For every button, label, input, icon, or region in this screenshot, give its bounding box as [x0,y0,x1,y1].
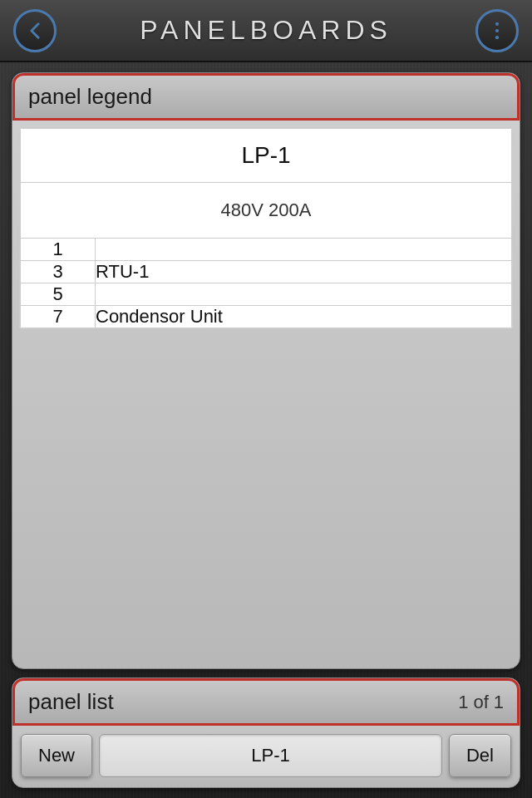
panel-legend-title: panel legend [28,84,152,110]
circuit-desc-3: RTU-1 [96,261,512,283]
panel-legend-table-container: LP-1 480V 200A 1 3 RTU-1 5 7 [19,127,513,329]
main-content: panel legend LP-1 480V 200A 1 3 RTU-1 [0,62,532,798]
svg-point-0 [495,22,499,25]
panel-legend-header: panel legend [12,73,520,121]
panel-voltage-cell: 480V 200A [21,183,512,239]
panel-list-title: panel list [28,689,114,715]
current-page: 1 [458,692,468,713]
svg-point-2 [495,36,499,39]
circuit-row-1: 1 [21,239,512,261]
panel-voltage-row: 480V 200A [21,183,512,239]
panel-name-input[interactable] [99,734,442,777]
panel-legend-table: LP-1 480V 200A 1 3 RTU-1 5 7 [20,128,512,328]
pagination: 1 of 1 [458,692,504,713]
svg-point-1 [495,28,499,32]
circuit-num-5: 5 [21,283,96,306]
circuit-desc-7: Condensor Unit [96,306,512,328]
circuit-desc-5 [96,283,512,306]
panel-list-header: panel list 1 of 1 [12,678,520,726]
of-label: of [473,692,488,713]
circuit-row-3: 3 RTU-1 [21,261,512,283]
panel-name-row: LP-1 [21,129,512,183]
circuit-row-5: 5 [21,283,512,306]
panel-list-section: panel list 1 of 1 New Del [12,677,520,788]
new-button[interactable]: New [21,734,92,777]
circuit-row-7: 7 Condensor Unit [21,306,512,328]
menu-icon [485,19,509,42]
page-title: PANELBOARDS [140,15,392,46]
circuit-num-3: 3 [21,261,96,283]
header: PANELBOARDS [0,0,532,62]
panel-legend-section: panel legend LP-1 480V 200A 1 3 RTU-1 [12,72,520,669]
total-pages: 1 [494,692,504,713]
circuit-desc-1 [96,239,512,261]
back-arrow-icon [23,19,47,42]
panel-name-cell: LP-1 [21,129,512,183]
circuit-num-1: 1 [21,239,96,261]
circuit-num-7: 7 [21,306,96,328]
panel-list-controls: New Del [12,726,520,787]
back-button[interactable] [13,9,57,52]
del-button[interactable]: Del [449,734,511,777]
menu-button[interactable] [475,9,519,52]
